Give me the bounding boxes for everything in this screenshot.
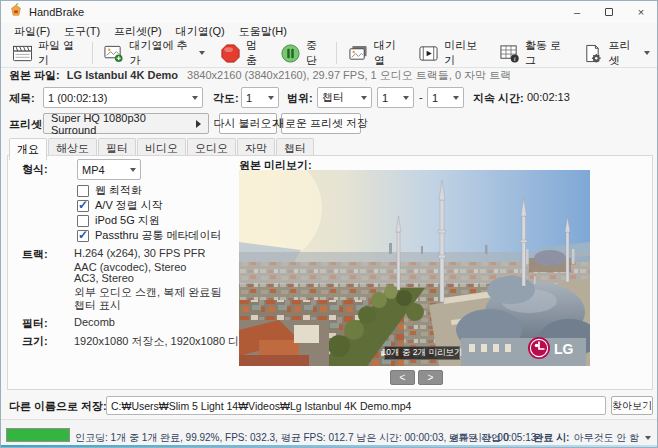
tab-summary[interactable]: 개요 [9,138,47,160]
pause-button[interactable]: 중단 [273,35,332,71]
av-align-checkbox[interactable]: A/V 정렬 시작 [77,198,163,213]
chevron-down-icon [361,96,367,100]
chevron-down-icon [268,96,274,100]
preview-counter-overlay: 10개 중 2개 미리보기 [384,346,460,360]
chevron-down-icon [645,436,651,440]
checkbox-icon [77,185,89,197]
toolbar-separator [336,42,337,64]
filters-value: Decomb [74,316,115,328]
activity-log-button[interactable]: i 활동 로그 [492,35,575,71]
format-dropdown[interactable]: MP4 [77,159,141,180]
ipod-5g-checkbox[interactable]: iPod 5G 지원 [77,213,160,228]
chevron-down-icon [130,168,136,172]
source-info: 원본 파일: LG Istanbul 4K Demo 3840x2160 (38… [9,68,511,83]
toolbar-separator [92,42,93,64]
handbrake-window: HandBrake – × 파일(F) 도구(T) 프리셋(P) 대기열(Q) … [0,0,658,448]
preview-button[interactable]: 미리보기 [411,35,491,71]
clapperboard-icon [12,44,33,63]
window-controls: – × [561,1,657,23]
web-optimized-checkbox[interactable]: 웹 최적화 [77,183,142,198]
selection-row: 제목: 1 (00:02:13) 각도: 1 범위: 챕터 1 - 1 지속 시… [1,87,657,109]
destination-row: 다른 이름으로 저장: 찾아보기 [1,395,657,417]
reload-preset-button[interactable]: 다시 불러오기 [219,113,277,134]
angle-label: 각도: [213,91,239,106]
source-details: 3840x2160 (3840x2160), 29.97 FPS, 1 오디오 … [187,69,511,81]
istanbul-preview-art: LG [239,170,590,366]
range-label: 범위: [287,91,313,106]
save-as-label: 다른 이름으로 저장: [9,399,107,414]
handbrake-logo-icon [9,3,23,21]
destination-path-input[interactable] [106,396,606,415]
when-done-label: 완료 시: [533,431,569,445]
checkbox-icon [77,200,89,212]
duration-value: 00:02:13 [527,91,570,103]
titlebar: HandBrake – × [1,1,657,23]
chevron-down-icon [644,51,650,55]
browse-button[interactable]: 찾아보기 [611,396,653,415]
progress-fill [7,429,69,441]
svg-text:LG: LG [554,341,574,357]
checkbox-icon [77,215,89,227]
open-source-button[interactable]: 파일 열기 [5,35,88,71]
pending-jobs-text: 보류된 작업 0 [448,431,509,445]
maximize-button[interactable] [593,1,625,23]
chevron-down-icon [403,96,409,100]
encode-progress-bar [6,428,70,442]
add-to-queue-button[interactable]: 대기열에 추가 [96,35,211,71]
next-preview-button[interactable]: > [418,370,443,385]
source-name: LG Istanbul 4K Demo [67,69,178,81]
track-chapters: 챕터 표시 [74,298,121,313]
track-video: H.264 (x264), 30 FPS PFR [74,247,205,259]
preset-label: 프리셋: [9,117,46,132]
queue-button[interactable]: 대기열 [341,35,410,71]
summary-panel: 형식: MP4 웹 최적화 A/V 정렬 시작 iPod 5G 지원 Passt… [7,155,653,390]
presets-gear-icon [582,44,603,63]
preset-dropdown[interactable]: Super HQ 1080p30 Surround [43,113,209,134]
pause-circle-icon [280,43,301,64]
tracks-label: 트랙: [22,247,48,262]
preview-nav: < > [390,370,443,385]
chevron-down-icon [199,51,205,55]
range-end-dropdown[interactable]: 1 [427,87,464,108]
source-label: 원본 파일: [9,69,60,81]
when-done-control[interactable]: 완료 시: 아무것도 안 함 [533,431,651,445]
minimize-button[interactable]: – [561,1,593,23]
source-preview-image: LG 10개 중 2개 미리보기 [239,170,590,366]
chevron-down-icon [453,96,459,100]
window-title: HandBrake [29,6,84,18]
size-label: 크기: [22,334,48,349]
chevron-right-icon [196,120,201,128]
stop-button[interactable]: 멈춤 [213,35,272,71]
range-start-dropdown[interactable]: 1 [377,87,414,108]
angle-dropdown[interactable]: 1 [241,87,279,108]
when-done-value: 아무것도 안 함 [573,431,639,445]
close-button[interactable]: × [625,1,657,23]
statusbar: 인코딩: 1개 중 1개 완료, 99.92%, FPS: 032.3, 평균 … [1,419,657,448]
format-label: 형식: [22,162,48,177]
preset-row: 프리셋: Super HQ 1080p30 Surround 다시 불러오기 새… [1,113,657,135]
title-dropdown[interactable]: 1 (00:02:13) [43,87,203,108]
title-label: 제목: [9,91,35,106]
range-type-dropdown[interactable]: 챕터 [317,87,372,108]
checkbox-icon [77,230,89,242]
duration-label: 지속 시간: [473,91,524,106]
previous-preview-button[interactable]: < [390,370,415,385]
range-dash: - [419,91,423,103]
track-audio-2: AC3, Stereo [74,272,134,284]
save-new-preset-button[interactable]: 새로운 프리셋 저장 [281,113,361,134]
presets-button[interactable]: 프리셋 [575,35,657,71]
preview-film-icon [418,44,439,63]
queue-stack-icon [348,44,369,63]
add-to-queue-icon [103,44,124,63]
passthru-metadata-checkbox[interactable]: Passthru 공통 메타데이터 [77,228,222,243]
chevron-down-icon [192,96,198,100]
stop-octagon-icon [220,43,241,64]
filters-label: 필터: [22,316,48,331]
toolbar: 파일 열기 대기열에 추가 멈 [1,39,657,68]
svg-text:i: i [514,54,516,61]
activity-log-icon: i [499,44,520,63]
maximize-icon [605,8,613,16]
